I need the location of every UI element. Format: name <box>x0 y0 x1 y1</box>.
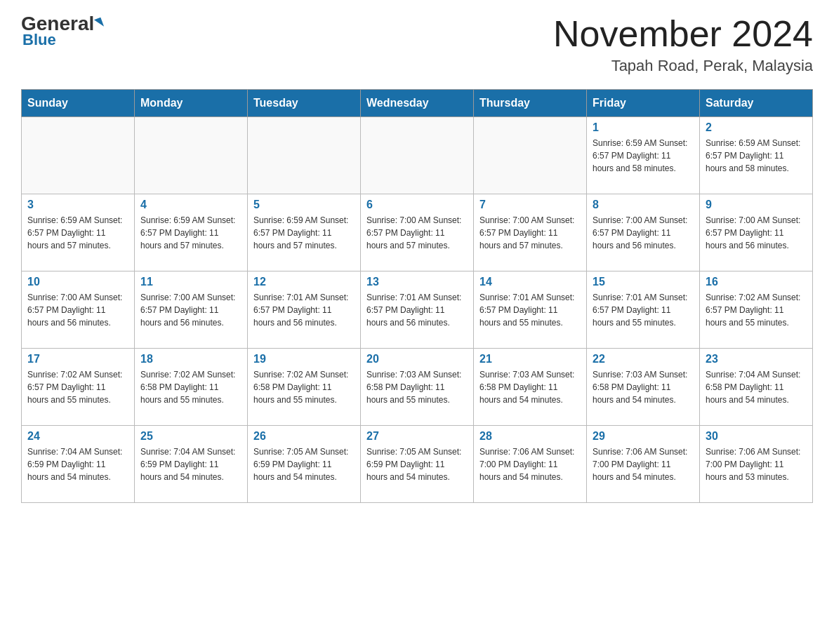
day-info: Sunrise: 7:00 AM Sunset: 6:57 PM Dayligh… <box>140 291 241 329</box>
logo-arrow-icon <box>94 18 104 29</box>
calendar-cell: 17Sunrise: 7:02 AM Sunset: 6:57 PM Dayli… <box>22 349 135 426</box>
day-number: 27 <box>366 430 468 443</box>
day-number: 15 <box>593 276 694 288</box>
day-number: 2 <box>706 121 807 134</box>
day-info: Sunrise: 6:59 AM Sunset: 6:57 PM Dayligh… <box>706 137 807 175</box>
day-number: 30 <box>706 430 807 443</box>
calendar-cell: 20Sunrise: 7:03 AM Sunset: 6:58 PM Dayli… <box>361 349 474 426</box>
calendar-cell: 18Sunrise: 7:02 AM Sunset: 6:58 PM Dayli… <box>135 349 248 426</box>
day-number: 13 <box>366 276 468 288</box>
day-info: Sunrise: 7:01 AM Sunset: 6:57 PM Dayligh… <box>593 291 694 329</box>
calendar-cell <box>474 117 587 194</box>
day-info: Sunrise: 7:05 AM Sunset: 6:59 PM Dayligh… <box>366 445 468 483</box>
day-info: Sunrise: 7:04 AM Sunset: 6:59 PM Dayligh… <box>140 445 241 483</box>
calendar-cell <box>248 117 361 194</box>
day-number: 5 <box>253 199 355 211</box>
day-info: Sunrise: 7:01 AM Sunset: 6:57 PM Dayligh… <box>366 291 468 329</box>
calendar-cell: 8Sunrise: 7:00 AM Sunset: 6:57 PM Daylig… <box>587 194 700 271</box>
day-number: 24 <box>27 430 128 443</box>
day-number: 20 <box>366 353 468 365</box>
calendar-cell: 25Sunrise: 7:04 AM Sunset: 6:59 PM Dayli… <box>135 426 248 503</box>
location-title: Tapah Road, Perak, Malaysia <box>553 57 813 75</box>
day-info: Sunrise: 7:06 AM Sunset: 7:00 PM Dayligh… <box>479 445 581 483</box>
calendar-table: SundayMondayTuesdayWednesdayThursdayFrid… <box>21 89 813 503</box>
day-number: 29 <box>593 430 694 443</box>
day-number: 26 <box>253 430 355 443</box>
day-number: 9 <box>706 199 807 211</box>
day-header-monday: Monday <box>135 90 248 117</box>
calendar-week-row: 17Sunrise: 7:02 AM Sunset: 6:57 PM Dayli… <box>22 349 813 426</box>
day-number: 19 <box>253 353 355 365</box>
day-info: Sunrise: 7:00 AM Sunset: 6:57 PM Dayligh… <box>593 214 694 252</box>
day-info: Sunrise: 7:06 AM Sunset: 7:00 PM Dayligh… <box>706 445 807 483</box>
calendar-cell: 24Sunrise: 7:04 AM Sunset: 6:59 PM Dayli… <box>22 426 135 503</box>
day-info: Sunrise: 6:59 AM Sunset: 6:57 PM Dayligh… <box>593 137 694 175</box>
day-number: 12 <box>253 276 355 288</box>
calendar-cell: 23Sunrise: 7:04 AM Sunset: 6:58 PM Dayli… <box>700 349 813 426</box>
day-info: Sunrise: 7:01 AM Sunset: 6:57 PM Dayligh… <box>253 291 355 329</box>
calendar-header-row: SundayMondayTuesdayWednesdayThursdayFrid… <box>22 90 813 117</box>
day-number: 10 <box>27 276 128 288</box>
day-number: 16 <box>706 276 807 288</box>
page-header: General Blue November 2024 Tapah Road, P… <box>21 14 813 75</box>
day-number: 6 <box>366 199 468 211</box>
calendar-cell: 5Sunrise: 6:59 AM Sunset: 6:57 PM Daylig… <box>248 194 361 271</box>
day-header-friday: Friday <box>587 90 700 117</box>
calendar-cell: 13Sunrise: 7:01 AM Sunset: 6:57 PM Dayli… <box>361 271 474 349</box>
logo: General Blue <box>21 14 102 49</box>
day-info: Sunrise: 7:00 AM Sunset: 6:57 PM Dayligh… <box>366 214 468 252</box>
day-header-saturday: Saturday <box>700 90 813 117</box>
calendar-cell: 21Sunrise: 7:03 AM Sunset: 6:58 PM Dayli… <box>474 349 587 426</box>
calendar-cell: 11Sunrise: 7:00 AM Sunset: 6:57 PM Dayli… <box>135 271 248 349</box>
calendar-cell <box>135 117 248 194</box>
day-number: 4 <box>140 199 241 211</box>
day-number: 22 <box>593 353 694 365</box>
day-info: Sunrise: 7:04 AM Sunset: 6:59 PM Dayligh… <box>27 445 128 483</box>
calendar-cell: 16Sunrise: 7:02 AM Sunset: 6:57 PM Dayli… <box>700 271 813 349</box>
calendar-cell <box>22 117 135 194</box>
day-number: 1 <box>593 121 694 134</box>
calendar-cell: 2Sunrise: 6:59 AM Sunset: 6:57 PM Daylig… <box>700 117 813 194</box>
day-info: Sunrise: 7:00 AM Sunset: 6:57 PM Dayligh… <box>706 214 807 252</box>
calendar-cell: 28Sunrise: 7:06 AM Sunset: 7:00 PM Dayli… <box>474 426 587 503</box>
calendar-cell: 15Sunrise: 7:01 AM Sunset: 6:57 PM Dayli… <box>587 271 700 349</box>
day-number: 23 <box>706 353 807 365</box>
calendar-week-row: 24Sunrise: 7:04 AM Sunset: 6:59 PM Dayli… <box>22 426 813 503</box>
calendar-cell: 22Sunrise: 7:03 AM Sunset: 6:58 PM Dayli… <box>587 349 700 426</box>
day-info: Sunrise: 7:00 AM Sunset: 6:57 PM Dayligh… <box>479 214 581 252</box>
day-info: Sunrise: 7:05 AM Sunset: 6:59 PM Dayligh… <box>253 445 355 483</box>
day-info: Sunrise: 7:02 AM Sunset: 6:58 PM Dayligh… <box>253 368 355 406</box>
calendar-cell: 30Sunrise: 7:06 AM Sunset: 7:00 PM Dayli… <box>700 426 813 503</box>
day-header-thursday: Thursday <box>474 90 587 117</box>
calendar-cell: 4Sunrise: 6:59 AM Sunset: 6:57 PM Daylig… <box>135 194 248 271</box>
day-info: Sunrise: 7:04 AM Sunset: 6:58 PM Dayligh… <box>706 368 807 406</box>
day-info: Sunrise: 6:59 AM Sunset: 6:57 PM Dayligh… <box>253 214 355 252</box>
day-number: 21 <box>479 353 581 365</box>
calendar-cell: 1Sunrise: 6:59 AM Sunset: 6:57 PM Daylig… <box>587 117 700 194</box>
day-info: Sunrise: 7:03 AM Sunset: 6:58 PM Dayligh… <box>366 368 468 406</box>
calendar-cell: 9Sunrise: 7:00 AM Sunset: 6:57 PM Daylig… <box>700 194 813 271</box>
day-header-sunday: Sunday <box>22 90 135 117</box>
calendar-cell: 26Sunrise: 7:05 AM Sunset: 6:59 PM Dayli… <box>248 426 361 503</box>
day-info: Sunrise: 7:02 AM Sunset: 6:58 PM Dayligh… <box>140 368 241 406</box>
calendar-cell <box>361 117 474 194</box>
calendar-cell: 14Sunrise: 7:01 AM Sunset: 6:57 PM Dayli… <box>474 271 587 349</box>
calendar-cell: 12Sunrise: 7:01 AM Sunset: 6:57 PM Dayli… <box>248 271 361 349</box>
day-info: Sunrise: 7:06 AM Sunset: 7:00 PM Dayligh… <box>593 445 694 483</box>
day-info: Sunrise: 7:02 AM Sunset: 6:57 PM Dayligh… <box>706 291 807 329</box>
calendar-cell: 7Sunrise: 7:00 AM Sunset: 6:57 PM Daylig… <box>474 194 587 271</box>
month-title: November 2024 <box>553 14 813 54</box>
calendar-cell: 10Sunrise: 7:00 AM Sunset: 6:57 PM Dayli… <box>22 271 135 349</box>
day-info: Sunrise: 6:59 AM Sunset: 6:57 PM Dayligh… <box>140 214 241 252</box>
title-area: November 2024 Tapah Road, Perak, Malaysi… <box>553 14 813 75</box>
calendar-cell: 19Sunrise: 7:02 AM Sunset: 6:58 PM Dayli… <box>248 349 361 426</box>
day-number: 25 <box>140 430 241 443</box>
day-header-tuesday: Tuesday <box>248 90 361 117</box>
calendar-week-row: 3Sunrise: 6:59 AM Sunset: 6:57 PM Daylig… <box>22 194 813 271</box>
day-number: 17 <box>27 353 128 365</box>
day-number: 28 <box>479 430 581 443</box>
calendar-cell: 29Sunrise: 7:06 AM Sunset: 7:00 PM Dayli… <box>587 426 700 503</box>
calendar-week-row: 10Sunrise: 7:00 AM Sunset: 6:57 PM Dayli… <box>22 271 813 349</box>
day-info: Sunrise: 7:02 AM Sunset: 6:57 PM Dayligh… <box>27 368 128 406</box>
day-number: 3 <box>27 199 128 211</box>
